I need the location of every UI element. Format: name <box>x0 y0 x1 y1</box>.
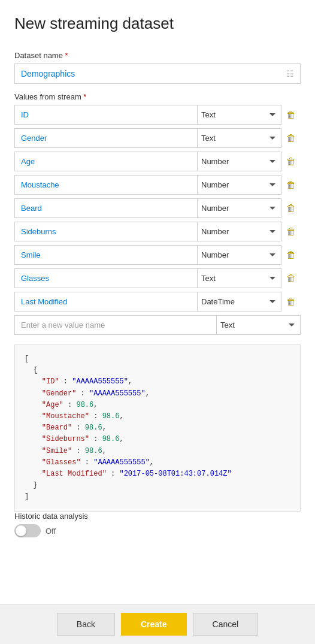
row-Smile: TextNumberDateTimeBoolean 🗑 <box>14 245 301 265</box>
field-name-Glasses[interactable] <box>14 268 198 288</box>
row-Sideburns: TextNumberDateTimeBoolean 🗑 <box>14 222 301 241</box>
field-name-Beard[interactable] <box>14 198 198 218</box>
page-title: New streaming dataset <box>0 0 315 43</box>
delete-row-LastModified[interactable]: 🗑 <box>281 293 301 311</box>
values-label: Values from stream * <box>14 92 301 101</box>
row-new: TextNumberDateTimeBoolean <box>14 315 301 335</box>
field-type-Moustache[interactable]: TextNumberDateTimeBoolean <box>198 175 281 195</box>
field-type-Beard[interactable]: TextNumberDateTimeBoolean <box>198 198 281 218</box>
field-name-Gender[interactable] <box>14 128 198 148</box>
field-name-LastModified[interactable] <box>14 292 198 312</box>
delete-row-ID[interactable]: 🗑 <box>281 106 301 124</box>
field-type-Glasses[interactable]: TextNumberDateTimeBoolean <box>198 268 281 288</box>
field-name-ID[interactable] <box>14 105 198 125</box>
back-button[interactable]: Back <box>57 613 115 636</box>
create-button[interactable]: Create <box>121 613 187 636</box>
new-field-name-input[interactable] <box>14 315 217 335</box>
row-LastModified: TextNumberDateTimeBoolean 🗑 <box>14 292 301 312</box>
field-name-Sideburns[interactable] <box>14 222 198 241</box>
field-type-Smile[interactable]: TextNumberDateTimeBoolean <box>198 245 281 265</box>
new-field-type-select[interactable]: TextNumberDateTimeBoolean <box>217 315 301 335</box>
json-preview: [ { "ID" : "AAAAA555555", "Gender" : "AA… <box>14 344 301 512</box>
dataset-name-label: Dataset name * <box>14 51 301 60</box>
delete-row-Smile[interactable]: 🗑 <box>281 246 301 264</box>
values-from-stream-section: Values from stream * TextNumberDateTimeB… <box>14 92 301 335</box>
cancel-button[interactable]: Cancel <box>193 613 259 636</box>
toggle-state-label: Off <box>46 527 56 536</box>
field-type-Gender[interactable]: TextNumberDateTimeBoolean <box>198 128 281 148</box>
field-type-LastModified[interactable]: TextNumberDateTimeBoolean <box>198 292 281 312</box>
dataset-icon: ☷ <box>286 69 294 78</box>
field-name-Moustache[interactable] <box>14 175 198 195</box>
historic-label: Historic data analysis <box>14 512 301 521</box>
json-bracket-open: [ <box>25 355 29 363</box>
delete-row-Moustache[interactable]: 🗑 <box>281 176 301 194</box>
row-Age: TextNumberDateTimeBoolean 🗑 <box>14 152 301 171</box>
field-type-ID[interactable]: TextNumberDateTimeBoolean <box>198 105 281 125</box>
dataset-name-input[interactable] <box>21 69 280 78</box>
dataset-name-field[interactable]: ☷ <box>14 64 301 84</box>
delete-row-Age[interactable]: 🗑 <box>281 153 301 171</box>
row-ID: TextNumberDateTimeBoolean 🗑 <box>14 105 301 125</box>
row-Gender: TextNumberDateTimeBoolean 🗑 <box>14 128 301 148</box>
row-Glasses: TextNumberDateTimeBoolean 🗑 <box>14 268 301 288</box>
delete-row-Sideburns[interactable]: 🗑 <box>281 223 301 241</box>
footer: Back Create Cancel <box>0 604 315 644</box>
json-obj-open: { <box>33 366 37 374</box>
historic-toggle[interactable] <box>14 524 41 537</box>
delete-row-Glasses[interactable]: 🗑 <box>281 270 301 288</box>
row-Beard: TextNumberDateTimeBoolean 🗑 <box>14 198 301 218</box>
field-type-Age[interactable]: TextNumberDateTimeBoolean <box>198 152 281 171</box>
historic-data-section: Historic data analysis Off <box>14 512 301 537</box>
field-type-Sideburns[interactable]: TextNumberDateTimeBoolean <box>198 222 281 241</box>
delete-row-Gender[interactable]: 🗑 <box>281 129 301 147</box>
toggle-container: Off <box>14 524 301 537</box>
field-name-Age[interactable] <box>14 152 198 171</box>
field-name-Smile[interactable] <box>14 245 198 265</box>
delete-row-Beard[interactable]: 🗑 <box>281 199 301 217</box>
row-Moustache: TextNumberDateTimeBoolean 🗑 <box>14 175 301 195</box>
